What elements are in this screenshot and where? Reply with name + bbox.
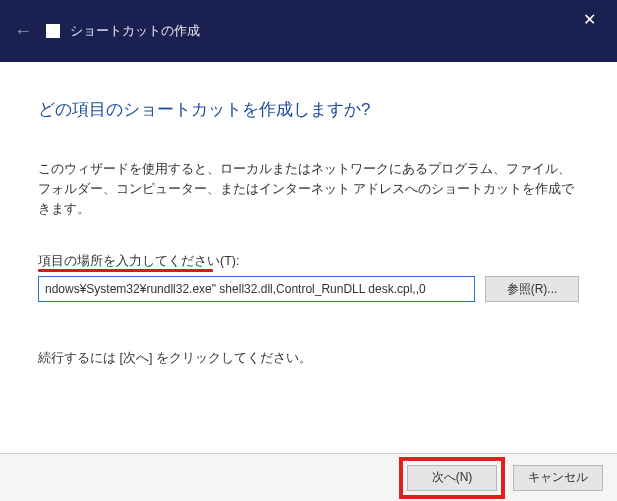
back-arrow-icon[interactable]: ← xyxy=(14,21,32,42)
continue-instruction: 続行するには [次へ] をクリックしてください。 xyxy=(38,350,579,367)
annotation-highlight-box: 次へ(N) xyxy=(399,457,505,499)
browse-button[interactable]: 参照(R)... xyxy=(485,276,579,302)
next-button[interactable]: 次へ(N) xyxy=(407,465,497,491)
close-icon[interactable]: ✕ xyxy=(579,10,599,30)
input-label-wrap: 項目の場所を入力してください(T): xyxy=(38,253,239,270)
window-icon xyxy=(46,24,60,38)
input-row: 参照(R)... xyxy=(38,276,579,302)
titlebar: ← ショートカットの作成 ✕ xyxy=(0,0,617,62)
annotation-underline xyxy=(38,269,213,272)
dialog-content: どの項目のショートカットを作成しますか? このウィザードを使用すると、ローカルま… xyxy=(0,62,617,453)
description-text: このウィザードを使用すると、ローカルまたはネットワークにあるプログラム、ファイル… xyxy=(38,159,579,219)
window-title: ショートカットの作成 xyxy=(70,22,200,40)
page-heading: どの項目のショートカットを作成しますか? xyxy=(38,98,579,121)
location-input-label: 項目の場所を入力してください(T): xyxy=(38,253,239,270)
cancel-button[interactable]: キャンセル xyxy=(513,465,603,491)
dialog-footer: 次へ(N) キャンセル xyxy=(0,453,617,501)
location-input[interactable] xyxy=(38,276,475,302)
